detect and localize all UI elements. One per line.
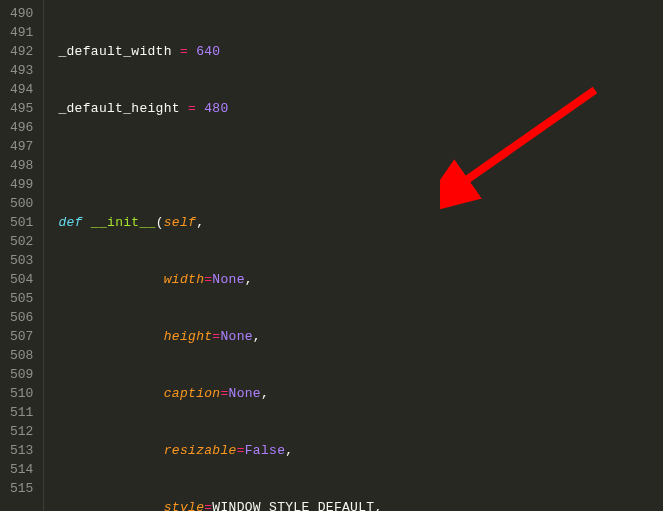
param-self: self xyxy=(164,215,196,230)
line-number: 513 xyxy=(10,441,33,460)
line-number: 497 xyxy=(10,137,33,156)
line-number: 492 xyxy=(10,42,33,61)
line-number: 511 xyxy=(10,403,33,422)
line-number-gutter: 4904914924934944954964974984995005015025… xyxy=(0,0,44,511)
line-number: 494 xyxy=(10,80,33,99)
line-number: 507 xyxy=(10,327,33,346)
line-number: 490 xyxy=(10,4,33,23)
param-width: width xyxy=(164,272,205,287)
param-height: height xyxy=(164,329,213,344)
line-number: 498 xyxy=(10,156,33,175)
code-area[interactable]: _default_width = 640 _default_height = 4… xyxy=(44,0,663,511)
line-number: 506 xyxy=(10,308,33,327)
line-number: 502 xyxy=(10,232,33,251)
function-name: __init__ xyxy=(91,215,156,230)
line-number: 495 xyxy=(10,99,33,118)
param-caption: caption xyxy=(164,386,221,401)
number-literal: 640 xyxy=(196,44,220,59)
line-number: 508 xyxy=(10,346,33,365)
param-resizable: resizable xyxy=(164,443,237,458)
variable-name: _default_width xyxy=(58,44,171,59)
line-number: 509 xyxy=(10,365,33,384)
param-style: style xyxy=(164,500,205,511)
line-number: 505 xyxy=(10,289,33,308)
line-number: 491 xyxy=(10,23,33,42)
line-number: 512 xyxy=(10,422,33,441)
line-number: 499 xyxy=(10,175,33,194)
variable-name: _default_height xyxy=(58,101,180,116)
line-number: 514 xyxy=(10,460,33,479)
keyword-def: def xyxy=(58,215,82,230)
line-number: 515 xyxy=(10,479,33,498)
line-number: 501 xyxy=(10,213,33,232)
line-number: 510 xyxy=(10,384,33,403)
line-number: 496 xyxy=(10,118,33,137)
line-number: 504 xyxy=(10,270,33,289)
line-number: 493 xyxy=(10,61,33,80)
line-number: 500 xyxy=(10,194,33,213)
number-literal: 480 xyxy=(204,101,228,116)
line-number: 503 xyxy=(10,251,33,270)
code-editor[interactable]: 4904914924934944954964974984995005015025… xyxy=(0,0,663,511)
